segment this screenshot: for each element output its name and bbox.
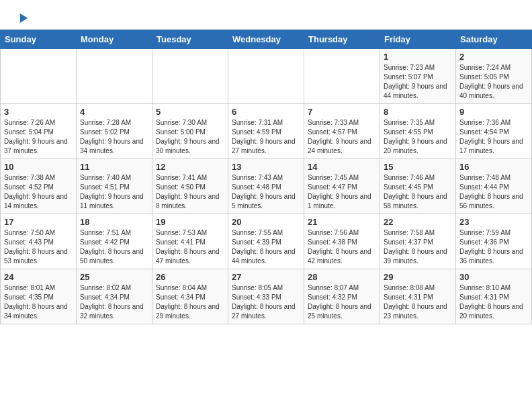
weekday-header-cell: Wednesday bbox=[228, 30, 304, 49]
day-number: 22 bbox=[384, 217, 452, 227]
day-info: Sunrise: 8:07 AM Sunset: 4:32 PM Dayligh… bbox=[308, 283, 376, 321]
logo bbox=[16, 12, 29, 24]
calendar-week-row: 3Sunrise: 7:26 AM Sunset: 5:04 PM Daylig… bbox=[1, 104, 532, 159]
day-number: 3 bbox=[4, 107, 73, 117]
day-info: Sunrise: 7:24 AM Sunset: 5:05 PM Dayligh… bbox=[459, 63, 528, 101]
day-number: 4 bbox=[80, 107, 148, 117]
calendar-day-cell: 26Sunrise: 8:04 AM Sunset: 4:34 PM Dayli… bbox=[152, 269, 228, 324]
weekday-header-cell: Friday bbox=[380, 30, 456, 49]
day-info: Sunrise: 7:31 AM Sunset: 4:59 PM Dayligh… bbox=[232, 118, 300, 156]
calendar-day-cell: 25Sunrise: 8:02 AM Sunset: 4:34 PM Dayli… bbox=[77, 269, 152, 324]
day-info: Sunrise: 8:08 AM Sunset: 4:31 PM Dayligh… bbox=[384, 283, 452, 321]
day-info: Sunrise: 7:45 AM Sunset: 4:47 PM Dayligh… bbox=[308, 173, 376, 211]
day-info: Sunrise: 8:05 AM Sunset: 4:33 PM Dayligh… bbox=[232, 283, 300, 321]
day-number: 7 bbox=[308, 107, 376, 117]
day-info: Sunrise: 7:36 AM Sunset: 4:54 PM Dayligh… bbox=[459, 118, 528, 156]
calendar-day-cell bbox=[228, 49, 304, 104]
day-info: Sunrise: 7:51 AM Sunset: 4:42 PM Dayligh… bbox=[80, 228, 148, 266]
day-info: Sunrise: 7:43 AM Sunset: 4:48 PM Dayligh… bbox=[232, 173, 300, 211]
day-info: Sunrise: 7:23 AM Sunset: 5:07 PM Dayligh… bbox=[384, 63, 452, 101]
day-number: 17 bbox=[4, 217, 73, 227]
day-info: Sunrise: 7:46 AM Sunset: 4:45 PM Dayligh… bbox=[384, 173, 452, 211]
day-info: Sunrise: 7:35 AM Sunset: 4:55 PM Dayligh… bbox=[384, 118, 452, 156]
calendar-day-cell: 5Sunrise: 7:30 AM Sunset: 5:00 PM Daylig… bbox=[152, 104, 228, 159]
weekday-header-cell: Monday bbox=[77, 30, 152, 49]
day-info: Sunrise: 7:41 AM Sunset: 4:50 PM Dayligh… bbox=[156, 173, 224, 211]
calendar-day-cell: 21Sunrise: 7:56 AM Sunset: 4:38 PM Dayli… bbox=[304, 214, 380, 269]
calendar-day-cell bbox=[1, 49, 77, 104]
day-info: Sunrise: 7:53 AM Sunset: 4:41 PM Dayligh… bbox=[156, 228, 224, 266]
day-number: 25 bbox=[80, 272, 148, 282]
calendar-day-cell: 19Sunrise: 7:53 AM Sunset: 4:41 PM Dayli… bbox=[152, 214, 228, 269]
day-info: Sunrise: 8:10 AM Sunset: 4:31 PM Dayligh… bbox=[459, 283, 528, 321]
calendar-day-cell: 3Sunrise: 7:26 AM Sunset: 5:04 PM Daylig… bbox=[1, 104, 77, 159]
calendar-day-cell bbox=[152, 49, 228, 104]
calendar-day-cell: 12Sunrise: 7:41 AM Sunset: 4:50 PM Dayli… bbox=[152, 159, 228, 214]
day-number: 2 bbox=[459, 52, 528, 62]
day-number: 11 bbox=[80, 162, 148, 172]
day-info: Sunrise: 7:30 AM Sunset: 5:00 PM Dayligh… bbox=[156, 118, 224, 156]
day-number: 18 bbox=[80, 217, 148, 227]
calendar-week-row: 17Sunrise: 7:50 AM Sunset: 4:43 PM Dayli… bbox=[1, 214, 532, 269]
day-info: Sunrise: 7:26 AM Sunset: 5:04 PM Dayligh… bbox=[4, 118, 73, 156]
day-number: 15 bbox=[384, 162, 452, 172]
calendar-day-cell: 29Sunrise: 8:08 AM Sunset: 4:31 PM Dayli… bbox=[380, 269, 456, 324]
day-number: 1 bbox=[384, 52, 452, 62]
weekday-header-cell: Thursday bbox=[304, 30, 380, 49]
calendar-day-cell: 4Sunrise: 7:28 AM Sunset: 5:02 PM Daylig… bbox=[77, 104, 152, 159]
day-info: Sunrise: 7:28 AM Sunset: 5:02 PM Dayligh… bbox=[80, 118, 148, 156]
day-number: 14 bbox=[308, 162, 376, 172]
calendar-table: SundayMondayTuesdayWednesdayThursdayFrid… bbox=[0, 30, 532, 324]
day-info: Sunrise: 7:50 AM Sunset: 4:43 PM Dayligh… bbox=[4, 228, 73, 266]
calendar-day-cell: 2Sunrise: 7:24 AM Sunset: 5:05 PM Daylig… bbox=[456, 49, 532, 104]
calendar-day-cell: 14Sunrise: 7:45 AM Sunset: 4:47 PM Dayli… bbox=[304, 159, 380, 214]
page-header bbox=[0, 0, 532, 30]
logo-arrow-icon bbox=[17, 12, 29, 24]
calendar-day-cell: 7Sunrise: 7:33 AM Sunset: 4:57 PM Daylig… bbox=[304, 104, 380, 159]
day-number: 20 bbox=[232, 217, 300, 227]
calendar-day-cell: 16Sunrise: 7:48 AM Sunset: 4:44 PM Dayli… bbox=[456, 159, 532, 214]
calendar-day-cell: 9Sunrise: 7:36 AM Sunset: 4:54 PM Daylig… bbox=[456, 104, 532, 159]
day-info: Sunrise: 7:55 AM Sunset: 4:39 PM Dayligh… bbox=[232, 228, 300, 266]
weekday-header-cell: Tuesday bbox=[152, 30, 228, 49]
calendar-day-cell: 15Sunrise: 7:46 AM Sunset: 4:45 PM Dayli… bbox=[380, 159, 456, 214]
day-number: 6 bbox=[232, 107, 300, 117]
calendar-day-cell: 17Sunrise: 7:50 AM Sunset: 4:43 PM Dayli… bbox=[1, 214, 77, 269]
calendar-day-cell bbox=[77, 49, 152, 104]
calendar-day-cell: 18Sunrise: 7:51 AM Sunset: 4:42 PM Dayli… bbox=[77, 214, 152, 269]
day-info: Sunrise: 7:40 AM Sunset: 4:51 PM Dayligh… bbox=[80, 173, 148, 211]
day-number: 9 bbox=[459, 107, 528, 117]
day-info: Sunrise: 8:01 AM Sunset: 4:35 PM Dayligh… bbox=[4, 283, 73, 321]
calendar-day-cell: 23Sunrise: 7:59 AM Sunset: 4:36 PM Dayli… bbox=[456, 214, 532, 269]
day-number: 27 bbox=[232, 272, 300, 282]
calendar-day-cell bbox=[304, 49, 380, 104]
calendar-day-cell: 8Sunrise: 7:35 AM Sunset: 4:55 PM Daylig… bbox=[380, 104, 456, 159]
day-number: 26 bbox=[156, 272, 224, 282]
calendar-day-cell: 1Sunrise: 7:23 AM Sunset: 5:07 PM Daylig… bbox=[380, 49, 456, 104]
day-number: 23 bbox=[459, 217, 528, 227]
svg-marker-0 bbox=[20, 13, 28, 23]
weekday-header-row: SundayMondayTuesdayWednesdayThursdayFrid… bbox=[1, 30, 532, 49]
weekday-header-cell: Saturday bbox=[456, 30, 532, 49]
day-number: 5 bbox=[156, 107, 224, 117]
calendar-day-cell: 13Sunrise: 7:43 AM Sunset: 4:48 PM Dayli… bbox=[228, 159, 304, 214]
day-info: Sunrise: 7:56 AM Sunset: 4:38 PM Dayligh… bbox=[308, 228, 376, 266]
day-number: 13 bbox=[232, 162, 300, 172]
day-info: Sunrise: 8:04 AM Sunset: 4:34 PM Dayligh… bbox=[156, 283, 224, 321]
day-number: 10 bbox=[4, 162, 73, 172]
calendar-body: 1Sunrise: 7:23 AM Sunset: 5:07 PM Daylig… bbox=[1, 49, 532, 324]
day-info: Sunrise: 7:48 AM Sunset: 4:44 PM Dayligh… bbox=[459, 173, 528, 211]
calendar-day-cell: 28Sunrise: 8:07 AM Sunset: 4:32 PM Dayli… bbox=[304, 269, 380, 324]
day-info: Sunrise: 7:38 AM Sunset: 4:52 PM Dayligh… bbox=[4, 173, 73, 211]
weekday-header-cell: Sunday bbox=[1, 30, 77, 49]
day-info: Sunrise: 7:58 AM Sunset: 4:37 PM Dayligh… bbox=[384, 228, 452, 266]
calendar-day-cell: 20Sunrise: 7:55 AM Sunset: 4:39 PM Dayli… bbox=[228, 214, 304, 269]
day-number: 19 bbox=[156, 217, 224, 227]
calendar-day-cell: 30Sunrise: 8:10 AM Sunset: 4:31 PM Dayli… bbox=[456, 269, 532, 324]
day-number: 24 bbox=[4, 272, 73, 282]
calendar-day-cell: 11Sunrise: 7:40 AM Sunset: 4:51 PM Dayli… bbox=[77, 159, 152, 214]
calendar-week-row: 24Sunrise: 8:01 AM Sunset: 4:35 PM Dayli… bbox=[1, 269, 532, 324]
day-number: 8 bbox=[384, 107, 452, 117]
day-info: Sunrise: 7:59 AM Sunset: 4:36 PM Dayligh… bbox=[459, 228, 528, 266]
calendar-day-cell: 22Sunrise: 7:58 AM Sunset: 4:37 PM Dayli… bbox=[380, 214, 456, 269]
